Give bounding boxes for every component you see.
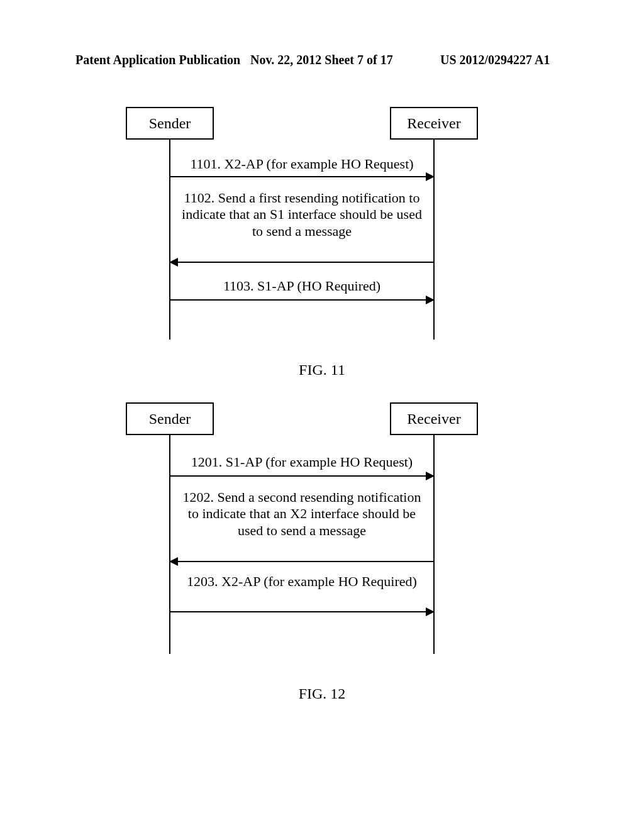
date-sheet-label: Nov. 22, 2012 Sheet 7 of 17 bbox=[250, 53, 393, 67]
publication-label: Patent Application Publication bbox=[75, 53, 240, 67]
publication-number: US 2012/0294227 A1 bbox=[440, 53, 550, 67]
sender-box: Sender bbox=[126, 107, 214, 140]
arrow-1103 bbox=[170, 299, 434, 301]
arrow-1101 bbox=[170, 176, 434, 177]
figure-11-caption: FIG. 11 bbox=[0, 362, 644, 379]
sender-label: Sender bbox=[149, 411, 191, 428]
receiver-box: Receiver bbox=[390, 402, 478, 435]
message-1203-label: 1203. X2-AP (for example HO Required) bbox=[170, 573, 434, 590]
arrow-1203 bbox=[170, 611, 434, 612]
sender-label: Sender bbox=[149, 115, 191, 132]
arrow-1102 bbox=[170, 262, 434, 263]
sequence-diagram-fig12: Sender Receiver 1201. S1-AP (for example… bbox=[119, 402, 484, 654]
receiver-box: Receiver bbox=[390, 107, 478, 140]
sender-box: Sender bbox=[126, 402, 214, 435]
message-1103-label: 1103. S1-AP (HO Required) bbox=[170, 278, 434, 294]
receiver-label: Receiver bbox=[407, 115, 460, 132]
figure-12-caption: FIG. 12 bbox=[0, 685, 644, 702]
arrow-1202 bbox=[170, 561, 434, 562]
message-1201-label: 1201. S1-AP (for example HO Request) bbox=[170, 454, 434, 470]
sequence-diagram-fig11: Sender Receiver 1101. X2-AP (for example… bbox=[119, 107, 484, 340]
arrow-1201 bbox=[170, 475, 434, 477]
message-1102-label: 1102. Send a first resending notificatio… bbox=[170, 190, 434, 240]
receiver-label: Receiver bbox=[407, 411, 460, 428]
message-1202-label: 1202. Send a second resending notificati… bbox=[170, 489, 434, 539]
message-1101-label: 1101. X2-AP (for example HO Request) bbox=[170, 156, 434, 172]
